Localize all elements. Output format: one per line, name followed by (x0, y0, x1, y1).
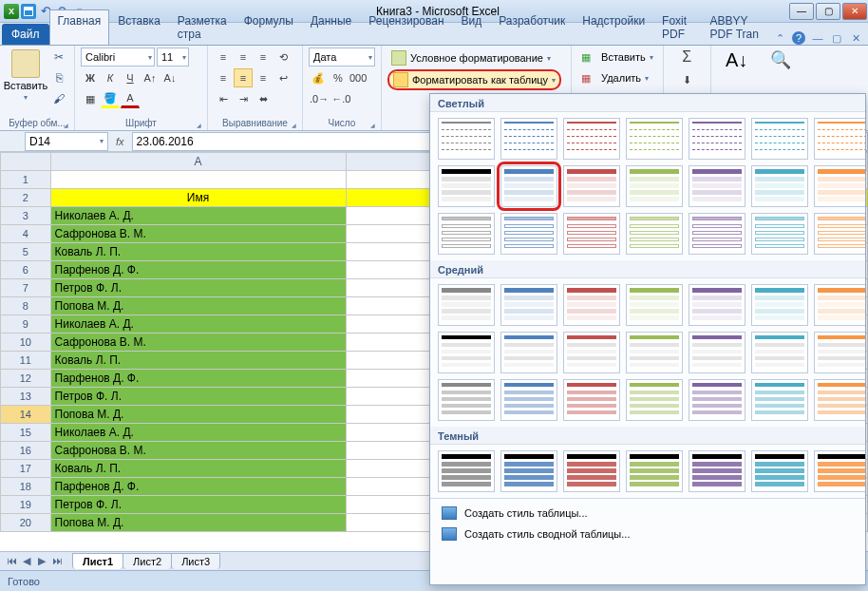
italic-button[interactable]: К (101, 68, 120, 87)
table-style-swatch[interactable] (438, 379, 495, 421)
table-styles-gallery[interactable]: Светлый Средний Темный Создать стиль таб… (429, 93, 866, 585)
mdi-restore-icon[interactable]: ▢ (830, 31, 843, 45)
cell[interactable]: Парфенов Д. Ф. (50, 478, 346, 496)
table-style-swatch[interactable] (814, 165, 866, 207)
ribbon-tab[interactable]: Надстройки (574, 10, 653, 45)
row-header[interactable]: 14 (1, 406, 51, 424)
align-right-icon[interactable]: ≡ (254, 68, 273, 87)
align-bottom-icon[interactable]: ≡ (254, 48, 273, 67)
cell[interactable]: Николаев А. Д. (50, 207, 346, 225)
increase-font-icon[interactable]: A↑ (141, 68, 160, 87)
sheet-nav-next-icon[interactable]: ▶ (34, 555, 49, 567)
align-middle-icon[interactable]: ≡ (234, 48, 253, 67)
table-style-swatch[interactable] (626, 332, 683, 373)
table-style-swatch[interactable] (814, 332, 866, 373)
cell[interactable]: Парфенов Д. Ф. (50, 370, 346, 388)
align-top-icon[interactable]: ≡ (214, 48, 233, 67)
close-button[interactable]: ✕ (842, 3, 867, 20)
table-style-swatch[interactable] (500, 213, 557, 255)
ribbon-tab[interactable]: Разработчик (490, 10, 574, 45)
table-style-swatch[interactable] (438, 118, 495, 160)
decrease-decimal-icon[interactable]: ←.0 (330, 89, 351, 108)
table-style-swatch[interactable] (438, 165, 495, 207)
table-style-swatch[interactable] (563, 332, 620, 373)
ribbon-tab[interactable]: Формулы (236, 10, 302, 45)
copy-icon[interactable]: ⎘ (49, 68, 68, 87)
borders-icon[interactable]: ▦ (81, 89, 100, 108)
conditional-formatting-button[interactable]: Условное форматирование ▾ (387, 48, 561, 68)
ribbon-tab[interactable]: Foxit PDF (653, 10, 701, 45)
cell[interactable]: Сафронова В. М. (50, 225, 346, 243)
sort-filter-button[interactable]: A↓ (717, 48, 757, 71)
row-header[interactable]: 17 (1, 460, 51, 478)
insert-cells-button[interactable]: ▦ Вставить▾ (577, 48, 657, 67)
table-style-swatch[interactable] (689, 284, 745, 326)
ribbon-tab[interactable]: Разметка стра (169, 10, 236, 45)
delete-cells-button[interactable]: ▦ Удалить▾ (577, 68, 652, 87)
maximize-button[interactable]: ▢ (816, 3, 840, 20)
table-style-swatch[interactable] (626, 284, 683, 326)
cell[interactable]: Попова М. Д. (50, 514, 346, 532)
table-style-swatch[interactable] (563, 284, 620, 326)
cell[interactable]: Попова М. Д. (50, 406, 346, 424)
percent-icon[interactable]: % (329, 68, 348, 87)
cell[interactable]: Коваль Л. П. (50, 243, 346, 261)
sheet-nav-last-icon[interactable]: ⏭ (49, 555, 65, 567)
bold-button[interactable]: Ж (81, 68, 100, 87)
help-icon[interactable]: ? (792, 31, 805, 45)
row-header[interactable]: 10 (1, 334, 51, 352)
new-table-style-button[interactable]: Создать стиль таблицы... (430, 503, 865, 524)
fill-icon[interactable]: ⬇ (677, 70, 696, 89)
cell[interactable]: Петров Ф. Л. (50, 496, 346, 514)
cell[interactable]: Сафронова В. М. (50, 442, 346, 460)
table-style-swatch[interactable] (438, 450, 495, 492)
table-style-swatch[interactable] (814, 284, 866, 326)
currency-icon[interactable]: 💰 (309, 68, 328, 87)
cell[interactable]: Имя (50, 189, 346, 207)
sheet-tab[interactable]: Лист2 (123, 553, 172, 569)
sheet-nav-first-icon[interactable]: ⏮ (4, 555, 19, 567)
row-header[interactable]: 19 (1, 496, 51, 514)
table-style-swatch[interactable] (751, 450, 808, 492)
table-style-swatch[interactable] (814, 450, 866, 492)
table-style-swatch[interactable] (751, 284, 808, 326)
sheet-nav-prev-icon[interactable]: ◀ (19, 555, 34, 567)
decrease-indent-icon[interactable]: ⇤ (214, 89, 233, 108)
table-style-swatch[interactable] (563, 213, 620, 255)
minimize-ribbon-icon[interactable]: ⌃ (773, 31, 786, 45)
ribbon-tab[interactable]: Главная (49, 10, 110, 45)
table-style-swatch[interactable] (689, 450, 745, 492)
minimize-button[interactable]: — (789, 3, 814, 20)
table-style-swatch[interactable] (500, 165, 557, 207)
row-header[interactable]: 12 (1, 370, 51, 388)
fill-color-icon[interactable]: 🪣 (101, 89, 120, 108)
paste-button[interactable]: Вставить ▾ (6, 48, 46, 102)
table-style-swatch[interactable] (689, 213, 745, 255)
table-style-swatch[interactable] (626, 118, 683, 160)
font-size-combo[interactable]: 11 (157, 48, 189, 67)
merge-center-icon[interactable]: ⬌ (254, 89, 273, 108)
file-tab[interactable]: Файл (2, 24, 49, 45)
cell[interactable]: Петров Ф. Л. (50, 279, 346, 297)
comma-icon[interactable]: 000 (349, 68, 368, 87)
row-header[interactable]: 1 (1, 171, 51, 189)
new-pivot-style-button[interactable]: Создать стиль сводной таблицы... (430, 524, 865, 544)
row-header[interactable]: 20 (1, 514, 51, 532)
font-color-icon[interactable]: A (121, 89, 140, 108)
row-header[interactable]: 9 (1, 315, 51, 334)
increase-indent-icon[interactable]: ⇥ (234, 89, 253, 108)
row-header[interactable]: 15 (1, 424, 51, 442)
select-all-cell[interactable] (1, 153, 51, 171)
table-style-swatch[interactable] (814, 213, 866, 255)
increase-decimal-icon[interactable]: .0→ (309, 89, 330, 108)
table-style-swatch[interactable] (814, 118, 866, 160)
table-style-swatch[interactable] (438, 332, 495, 373)
table-style-swatch[interactable] (563, 165, 620, 207)
ribbon-tab[interactable]: Данные (302, 10, 360, 45)
sheet-tab[interactable]: Лист1 (72, 553, 123, 569)
row-header[interactable]: 13 (1, 388, 51, 406)
table-style-swatch[interactable] (689, 332, 745, 373)
cell[interactable]: Парфенов Д. Ф. (50, 261, 346, 279)
row-header[interactable]: 18 (1, 478, 51, 496)
table-style-swatch[interactable] (626, 379, 683, 421)
